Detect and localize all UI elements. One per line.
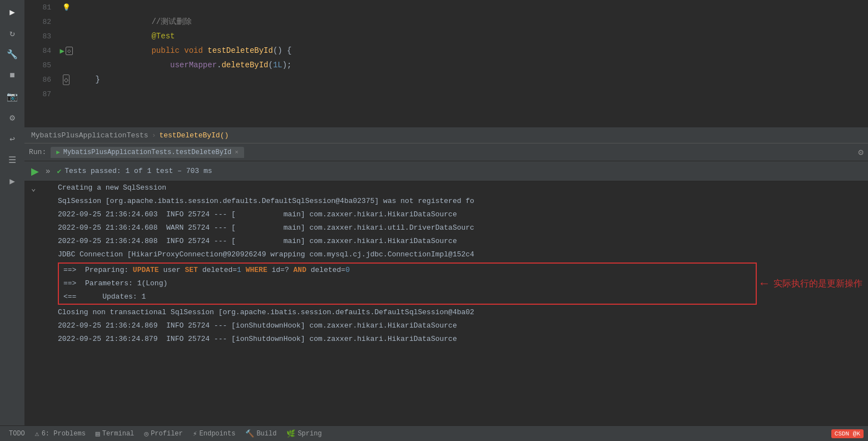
profiler-label: Profiler — [151, 430, 183, 438]
console-text-c2: 2022-09-25 21:36:24.869 INFO 25724 --- [… — [58, 320, 457, 332]
snapshot-sidebar-icon[interactable]: 📷 — [4, 89, 20, 105]
statusbar-right: CSDN @K — [831, 429, 864, 438]
run-tab[interactable]: ▶ MybatisPlusApplicationTests.testDelete… — [51, 147, 244, 158]
run-toolbar: ▶ » ✔ Tests passed: 1 of 1 test – 703 ms — [24, 161, 868, 181]
statusbar-terminal[interactable]: ▤ Terminal — [91, 426, 138, 441]
statusbar-build[interactable]: 🔨 Build — [241, 426, 281, 441]
tab-name: MybatisPlusApplicationTests.testDeleteBy… — [63, 148, 231, 156]
build-label: Build — [256, 430, 276, 438]
sql-set-kw: SET — [185, 264, 197, 276]
play2-sidebar-icon[interactable]: ▶ — [4, 174, 20, 189]
line-num-82: 82 — [24, 18, 58, 26]
console-line-1: Creating a new SqlSession — [24, 181, 868, 195]
line-content-86: } — [75, 72, 868, 87]
run-gutter-icon[interactable]: ▶ — [59, 46, 64, 56]
terminal-icon: ▤ — [96, 429, 100, 438]
tab-play-icon: ▶ — [56, 148, 60, 156]
bookmark-icon: ◇ — [63, 75, 70, 85]
build-icon: 🔨 — [245, 429, 254, 438]
console-text-3: 2022-09-25 21:36:24.603 INFO 25724 --- [… — [58, 209, 457, 221]
annotation-text: 实际执行的是更新操作 — [773, 278, 862, 290]
wrench-sidebar-icon[interactable]: 🔧 — [4, 47, 20, 62]
sql-line-updates: <== Updates: 1 — [59, 290, 756, 304]
gutter-86: ◇ — [58, 75, 75, 85]
todo-label: TODO — [24, 430, 25, 438]
line-num-85: 85 — [24, 61, 58, 70]
sql-and-kw: AND — [294, 264, 306, 276]
left-sidebar: ▶ ↻ 🔧 ■ 📷 ⚙ ↩ ☰ ▶ — [0, 0, 24, 441]
run-button[interactable]: ▶ — [29, 164, 41, 179]
console-line-4: 2022-09-25 21:36:24.608 WARN 25724 --- [… — [24, 221, 868, 235]
endpoints-label: Endpoints — [200, 430, 236, 438]
back-sidebar-icon[interactable]: ↩ — [4, 131, 20, 147]
breadcrumb-bar: MybatisPlusApplicationTests › testDelete… — [24, 128, 868, 143]
run-sidebar-icon[interactable]: ▶ — [4, 4, 20, 20]
sql-where-clause: id=? — [267, 264, 294, 276]
method-call: deleteById — [221, 61, 268, 70]
tab-close-icon[interactable]: × — [235, 149, 239, 156]
console-text-c3: 2022-09-25 21:36:24.879 INFO 25724 --- [… — [58, 333, 457, 345]
rerun-sidebar-icon[interactable]: ↻ — [4, 26, 20, 41]
console-text-c1: Closing non transactional SqlSession [or… — [58, 306, 474, 319]
console-line-2: SqlSession [org.apache.ibatis.session.de… — [24, 195, 868, 208]
breadcrumb-class: MybatisPlusApplicationTests — [31, 131, 148, 140]
annotation-arrow-icon: ← — [761, 277, 768, 291]
sql-line-params: ==> Parameters: 1(Long) — [59, 277, 756, 290]
line-num-81: 81 — [24, 3, 58, 12]
settings-sidebar-icon[interactable]: ⚙ — [4, 110, 20, 126]
console-text-4: 2022-09-25 21:36:24.608 WARN 25724 --- [… — [58, 222, 474, 234]
code-line-87: 87 — [24, 87, 868, 101]
spring-icon: 🌿 — [286, 429, 295, 438]
run-tabbar: Run: ▶ MybatisPlusApplicationTests.testD… — [24, 143, 868, 161]
console-text-6: JDBC Connection [HikariProxyConnection@9… — [58, 249, 474, 261]
main-layout: ▶ ↻ 🔧 ■ 📷 ⚙ ↩ ☰ ▶ 81 💡 82 — [0, 0, 868, 441]
check-icon: ✔ — [57, 167, 61, 176]
code-line-85: 85 userMapper.deleteById(1L); — [24, 58, 868, 72]
statusbar-problems[interactable]: ⚠ 6: Problems — [31, 426, 90, 441]
console-line-5: 2022-09-25 21:36:24.808 INFO 25724 --- [… — [24, 235, 868, 248]
sql-line-preparing: ==> Preparing: UPDATE user SET deleted= … — [59, 264, 756, 277]
spring-label: Spring — [297, 430, 321, 438]
csdn-badge: CSDN @K — [831, 429, 864, 438]
sql-val1: 1 — [237, 264, 241, 276]
menu-sidebar-icon[interactable]: ☰ — [4, 152, 20, 168]
sql-val2: 0 — [345, 264, 350, 276]
statusbar: TODO ⚠ 6: Problems ▤ Terminal ◎ Profiler… — [24, 425, 868, 441]
gutter-81: 💡 — [58, 3, 75, 12]
statusbar-todo[interactable]: TODO — [24, 426, 29, 441]
breadcrumb-method: testDeleteById() — [159, 131, 229, 140]
line-num-86: 86 — [24, 76, 58, 84]
sql-prefix-2: ==> Parameters: — [63, 278, 137, 290]
content-area: 81 💡 82 //测试删除 83 — [24, 0, 868, 441]
paren3: ); — [282, 61, 292, 70]
literal-1L: 1L — [273, 61, 282, 70]
line-num-87: 87 — [24, 90, 58, 98]
console-line-6: JDBC Connection [HikariProxyConnection@9… — [24, 248, 868, 261]
sql-border-box: ==> Preparing: UPDATE user SET deleted= … — [58, 262, 757, 305]
console-line-closing-2: 2022-09-25 21:36:24.869 INFO 25724 --- [… — [24, 319, 868, 333]
code-lines: 81 💡 82 //测试删除 83 — [24, 0, 868, 101]
console-line-closing-3: 2022-09-25 21:36:24.879 INFO 25724 --- [… — [24, 333, 868, 346]
problems-icon: ⚠ — [35, 429, 39, 438]
collapse-button[interactable]: » — [46, 167, 50, 176]
sql-update-kw: UPDATE — [133, 264, 159, 276]
console-line-closing-1: Closing non transactional SqlSession [or… — [24, 306, 868, 319]
sql-and-clause: deleted= — [306, 264, 345, 276]
statusbar-profiler[interactable]: ◎ Profiler — [140, 426, 187, 441]
sql-where — [241, 264, 246, 276]
statusbar-endpoints[interactable]: ⚡ Endpoints — [189, 426, 240, 441]
console-collapse-icon[interactable]: ⌄ — [31, 184, 36, 193]
stop-sidebar-icon[interactable]: ■ — [4, 68, 20, 83]
gear-button[interactable]: ⚙ — [858, 147, 864, 158]
code-line-86: 86 ◇ } — [24, 72, 868, 87]
endpoints-icon: ⚡ — [193, 429, 197, 438]
gutter-84: ▶ ◇ — [58, 46, 75, 56]
sql-prefix-1: ==> Preparing: — [63, 264, 133, 276]
tests-passed-indicator: ✔ Tests passed: 1 of 1 test – 703 ms — [57, 167, 212, 176]
statusbar-spring[interactable]: 🌿 Spring — [282, 426, 326, 441]
console-text-5: 2022-09-25 21:36:24.808 INFO 25724 --- [… — [58, 235, 457, 247]
sql-set-clause: deleted= — [198, 264, 237, 276]
bulb-icon[interactable]: 💡 — [62, 3, 71, 12]
sql-table: user — [159, 264, 185, 276]
annotation-container: ← 实际执行的是更新操作 — [761, 277, 862, 291]
